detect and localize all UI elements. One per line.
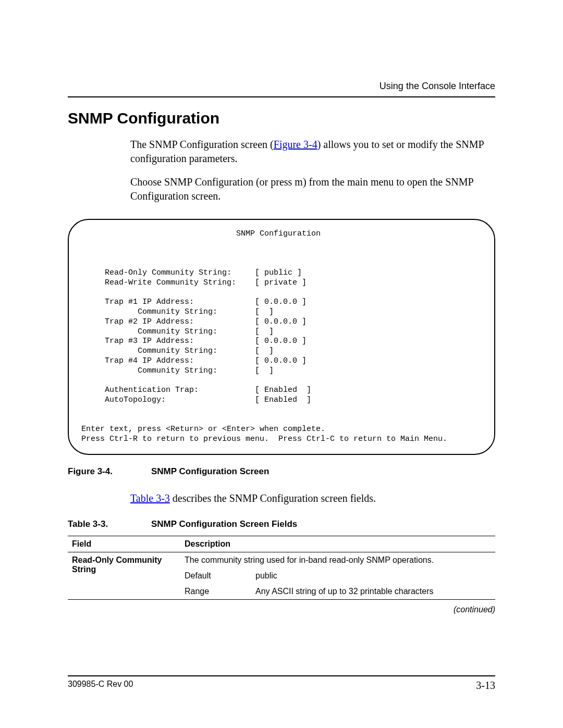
page: Using the Console Interface SNMP Configu…	[0, 0, 563, 728]
console-screen: SNMP Configuration Read-Only Community S…	[68, 219, 495, 455]
cell-range-label: Range	[180, 584, 251, 599]
figure-caption: Figure 3-4.SNMP Configuration Screen	[68, 466, 495, 477]
page-footer: 309985-C Rev 00 3-13	[68, 675, 495, 692]
footer-row: 309985-C Rev 00 3-13	[68, 680, 495, 692]
table-link[interactable]: Table 3-3	[130, 492, 170, 504]
page-number: 3-13	[476, 680, 495, 692]
th-description: Description	[180, 536, 495, 552]
cell-range-value: Any ASCII string of up to 32 printable c…	[251, 584, 495, 599]
doc-number: 309985-C Rev 00	[68, 680, 133, 692]
table-caption: Table 3-3.SNMP Configuration Screen Fiel…	[68, 519, 495, 529]
cell-description: The community string used for in-band re…	[180, 552, 495, 568]
figure-number: Figure 3-4.	[68, 466, 151, 477]
figure-title: SNMP Configuration Screen	[151, 466, 269, 476]
para-2: Choose SNMP Configuration (or press m) f…	[130, 175, 495, 203]
table-number: Table 3-3.	[68, 519, 151, 529]
table-title-text: SNMP Configuration Screen Fields	[151, 519, 297, 529]
figure-link[interactable]: Figure 3-4	[274, 139, 317, 150]
para-1: The SNMP Configuration screen (Figure 3-…	[130, 138, 495, 166]
footer-rule	[68, 675, 495, 676]
after-figure-text: Table 3-3 describes the SNMP Configurati…	[130, 491, 495, 505]
after-figure-para: Table 3-3 describes the SNMP Configurati…	[130, 491, 495, 505]
cell-field-name: Read-Only Community String	[68, 552, 180, 599]
after-figure-rest: describes the SNMP Configuration screen …	[170, 492, 376, 504]
cell-default-value: public	[251, 568, 495, 584]
th-field: Field	[68, 536, 180, 552]
section-title: SNMP Configuration	[68, 109, 495, 127]
top-rule	[68, 96, 495, 97]
para-1a: The SNMP Configuration screen (	[130, 139, 274, 150]
cell-default-label: Default	[180, 568, 251, 584]
table-header-row: Field Description	[68, 536, 495, 552]
table-row: Read-Only Community String The community…	[68, 552, 495, 568]
fields-table: Field Description Read-Only Community St…	[68, 536, 495, 599]
continued-label: (continued)	[68, 599, 495, 614]
body-text: The SNMP Configuration screen (Figure 3-…	[130, 138, 495, 203]
running-head: Using the Console Interface	[380, 81, 495, 92]
